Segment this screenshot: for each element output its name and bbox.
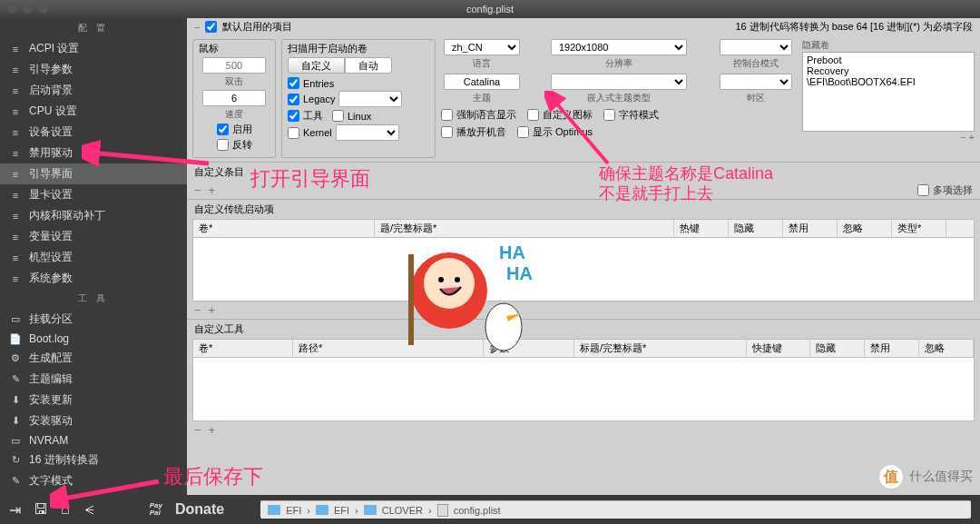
sidebar-item-rt-variables[interactable]: ≡变量设置 xyxy=(0,226,187,247)
list-icon: 📄 xyxy=(9,333,22,344)
timezone-select[interactable] xyxy=(720,74,792,90)
console-mode-select[interactable] xyxy=(720,39,792,55)
plus-button[interactable]: + xyxy=(209,303,216,317)
sidebar-item-boot-args[interactable]: ≡引导参数 xyxy=(0,59,187,80)
list-item[interactable]: Preboot xyxy=(807,54,970,65)
list-icon: ✎ xyxy=(9,476,22,487)
minus-button[interactable]: − xyxy=(194,303,201,317)
sidebar-item-smbios[interactable]: ≡机型设置 xyxy=(0,247,187,268)
language-select[interactable]: zh_CN xyxy=(444,39,520,55)
custom-icon-checkbox[interactable]: 自定义图标 xyxy=(527,108,593,122)
list-icon: ≡ xyxy=(9,127,22,138)
sidebar-item-theme-editor[interactable]: ✎主题编辑 xyxy=(0,369,187,390)
sidebar-item-text-mode[interactable]: ✎文字模式 xyxy=(0,470,187,491)
play-sound-checkbox[interactable]: 播放开机音 xyxy=(441,125,506,139)
hidden-volumes-list[interactable]: PrebootRecovery\EFI\Boot\BOOTX64.EFI xyxy=(802,52,975,132)
sidebar-item-install-update[interactable]: ⬇安装更新 xyxy=(0,390,187,410)
sidebar-item-install-drivers[interactable]: ⬇安装驱动 xyxy=(0,410,187,431)
sidebar-item-graphics[interactable]: ≡显卡设置 xyxy=(0,184,187,205)
sidebar-item-bootlog[interactable]: 📄Boot.log xyxy=(0,330,187,348)
list-icon: ✎ xyxy=(9,374,22,385)
list-item[interactable]: Recovery xyxy=(807,65,970,76)
show-optimus-checkbox[interactable]: 显示 Optimus xyxy=(517,125,593,139)
embed-theme-select[interactable] xyxy=(551,74,687,90)
traffic-lights[interactable] xyxy=(7,4,48,14)
file-icon xyxy=(437,504,448,517)
minus-button[interactable]: − xyxy=(194,183,201,197)
list-icon: ≡ xyxy=(9,85,22,96)
watermark: 值 什么值得买 xyxy=(878,464,973,489)
scan-legacy-select[interactable] xyxy=(338,91,402,107)
scan-legacy-checkbox[interactable]: Legacy xyxy=(288,94,335,105)
theme-input[interactable] xyxy=(444,74,520,90)
plus-button[interactable]: + xyxy=(209,423,216,437)
sidebar-item-system-parameters[interactable]: ≡系统参数 xyxy=(0,268,187,289)
sidebar-item-nvram[interactable]: ▭NVRAM xyxy=(0,431,187,450)
legacy-table-body[interactable] xyxy=(192,238,975,302)
scan-entries-checkbox[interactable]: Entries xyxy=(288,77,429,89)
sidebar-section-tools: 工 具 xyxy=(0,289,187,309)
scan-linux-checkbox[interactable]: Linux xyxy=(332,109,371,123)
sidebar-item-hex-converter[interactable]: ↻16 进制转换器 xyxy=(0,450,187,470)
list-icon: ≡ xyxy=(9,273,22,284)
sidebar-item-gui[interactable]: ≡引导界面 xyxy=(0,163,187,184)
mouse-invert-checkbox[interactable]: 反转 xyxy=(217,138,252,152)
list-icon: ≡ xyxy=(9,64,22,75)
minus-icon[interactable]: − xyxy=(194,22,200,33)
sidebar-item-generate-config[interactable]: ⚙生成配置 xyxy=(0,348,187,369)
list-icon: ≡ xyxy=(9,169,22,180)
list-icon: ≡ xyxy=(9,211,22,222)
sidebar-item-kexts-install[interactable]: 🔧Kexts 安装 xyxy=(0,491,187,495)
home-icon[interactable]: ⌂ xyxy=(61,501,70,518)
drive-icon xyxy=(268,505,280,515)
list-icon: ≡ xyxy=(9,106,22,117)
hidden-volumes-group: 隐藏卷 PrebootRecovery\EFI\Boot\BOOTX64.EFI… xyxy=(802,39,975,158)
minus-button[interactable]: − xyxy=(194,423,201,437)
scan-auto-button[interactable]: 自动 xyxy=(345,57,392,74)
list-icon: ⬇ xyxy=(9,416,22,427)
scan-tool-checkbox[interactable]: 工具 xyxy=(288,109,323,123)
sidebar-item-kernel-patches[interactable]: ≡内核和驱动补丁 xyxy=(0,205,187,226)
legacy-table-header: 卷*题/完整标题*热键隐藏禁用忽略类型* xyxy=(192,219,975,238)
multiselect-checkbox[interactable]: 多项选择 xyxy=(917,183,973,197)
scan-kernel-checkbox[interactable]: Kernel xyxy=(288,127,332,139)
breadcrumb: EFI› EFI› CLOVER› config.plist xyxy=(260,500,971,519)
donate-button[interactable]: Donate xyxy=(175,501,224,518)
export-icon[interactable]: ⇥ xyxy=(9,501,21,519)
window-title: config.plist xyxy=(466,4,514,15)
mouse-speed-input[interactable] xyxy=(202,90,266,106)
share-icon[interactable]: ⪪ xyxy=(83,501,97,518)
sidebar-item-cpu[interactable]: ≡CPU 设置 xyxy=(0,101,187,122)
paypal-icon[interactable]: Pay Pal xyxy=(150,502,162,517)
save-icon[interactable]: 🖫 xyxy=(34,501,48,518)
plus-button[interactable]: + xyxy=(209,183,216,197)
window-titlebar: config.plist xyxy=(0,0,980,18)
folder-icon xyxy=(316,505,328,515)
scan-kernel-select[interactable] xyxy=(336,124,399,141)
sidebar-item-acpi[interactable]: ≡ACPI 设置 xyxy=(0,38,187,59)
hint-text: 16 进制代码将转换为 base 64 [16 进制](*) 为必填字段 xyxy=(735,20,973,34)
footer-toolbar: ⇥ 🖫 ⌂ ⪪ Pay Pal Donate EFI› EFI› CLOVER›… xyxy=(0,495,980,524)
default-enabled-checkbox[interactable]: 默认启用的项目 xyxy=(205,20,292,34)
sidebar-item-devices[interactable]: ≡设备设置 xyxy=(0,122,187,143)
sidebar-item-boot-graphics[interactable]: ≡启动背景 xyxy=(0,80,187,101)
tools-table-body[interactable] xyxy=(192,358,975,421)
custom-entries-header: 自定义条目 xyxy=(187,162,980,182)
list-icon: ⚙ xyxy=(9,353,22,364)
force-lang-checkbox[interactable]: 强制语言显示 xyxy=(441,108,516,122)
list-icon: ≡ xyxy=(9,232,22,242)
scan-custom-button[interactable]: 自定义 xyxy=(288,57,345,74)
custom-tools-header: 自定义工具 xyxy=(187,319,980,339)
custom-legacy-header: 自定义传统启动项 xyxy=(187,199,980,219)
sidebar-item-disable-drivers[interactable]: ≡禁用驱动 xyxy=(0,143,187,163)
list-item[interactable]: \EFI\Boot\BOOTX64.EFI xyxy=(807,76,970,87)
sidebar-item-mount-efi[interactable]: ▭挂载分区 xyxy=(0,309,187,330)
mouse-doubleclick-input[interactable] xyxy=(202,57,266,74)
list-icon: ≡ xyxy=(9,252,22,263)
sidebar: 配 置 ≡ACPI 设置≡引导参数≡启动背景≡CPU 设置≡设备设置≡禁用驱动≡… xyxy=(0,18,187,495)
char-mode-checkbox[interactable]: 字符模式 xyxy=(603,108,659,122)
resolution-select[interactable]: 1920x1080 xyxy=(551,39,687,55)
list-icon: ≡ xyxy=(9,148,22,159)
list-icon: ≡ xyxy=(9,190,22,201)
mouse-enable-checkbox[interactable]: 启用 xyxy=(217,123,252,136)
